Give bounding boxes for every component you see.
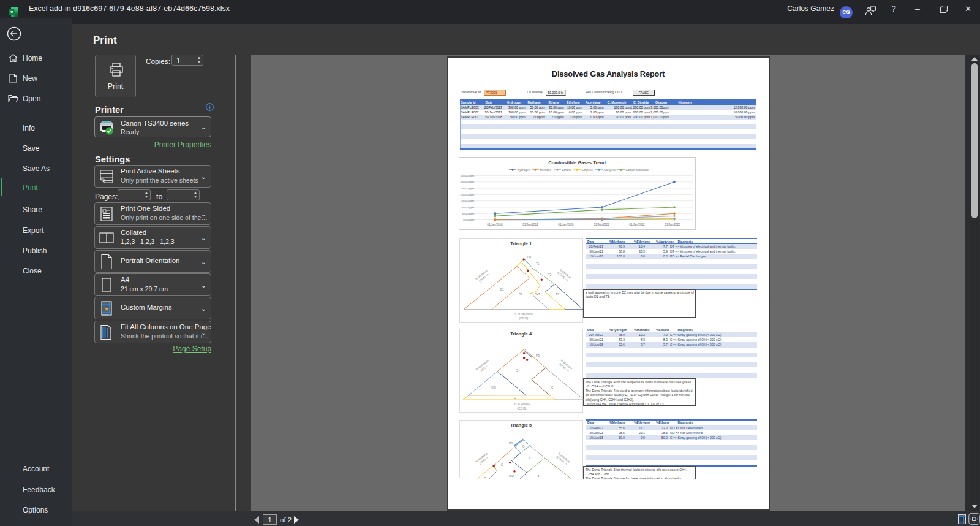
svg-text:50.00 ppm: 50.00 ppm xyxy=(462,212,475,215)
svg-text:T3: T3 xyxy=(536,475,540,478)
svg-text:Acetylene: Acetylene xyxy=(604,169,617,172)
svg-text:300.00 ppm: 300.00 ppm xyxy=(460,180,475,183)
svg-text:Methane: Methane xyxy=(540,169,552,172)
svg-text:01/Jan/2022: 01/Jan/2022 xyxy=(629,223,645,226)
svg-text:N/D: N/D xyxy=(491,386,496,389)
svg-text:01/Jan/2020: 01/Jan/2020 xyxy=(558,223,574,226)
svg-text:Combustible Gases Trend: Combustible Gases Trend xyxy=(548,160,606,166)
svg-text:01/Jan/2018: 01/Jan/2018 xyxy=(487,223,503,226)
svg-text:(C2H6): (C2H6) xyxy=(517,407,526,410)
svg-text:O: O xyxy=(514,397,516,400)
svg-text:Ethane: Ethane xyxy=(562,169,572,172)
svg-text:★: ★ xyxy=(104,305,109,311)
svg-text:<- % Ethane: <- % Ethane xyxy=(514,403,530,406)
svg-text:T3: T3 xyxy=(556,293,559,296)
svg-text:PD: PD xyxy=(536,354,540,357)
svg-text:0.00 ppm: 0.00 ppm xyxy=(463,218,475,221)
svg-text:S: S xyxy=(501,463,503,467)
svg-text:S: S xyxy=(516,369,518,372)
svg-text:Hydrogen: Hydrogen xyxy=(518,169,530,172)
svg-text:Ethylene: Ethylene xyxy=(582,169,594,172)
svg-text:350.00 ppm: 350.00 ppm xyxy=(460,174,475,177)
svg-text:x: x xyxy=(10,9,13,15)
svg-text:01/Jan/2021: 01/Jan/2021 xyxy=(594,223,609,226)
svg-text:PD: PD xyxy=(509,442,513,445)
svg-text:200.00 ppm: 200.00 ppm xyxy=(460,193,475,196)
svg-text:O: O xyxy=(522,445,525,448)
svg-text:C: C xyxy=(551,386,554,389)
svg-text:01/Jan/2023: 01/Jan/2023 xyxy=(665,223,680,226)
svg-text:N/D: N/D xyxy=(509,475,514,478)
svg-text:(C2H2): (C2H2) xyxy=(519,317,528,320)
svg-text:Carbon Monoxide: Carbon Monoxide xyxy=(626,169,649,172)
svg-text:D1: D1 xyxy=(500,288,504,291)
svg-text:150.00 ppm: 150.00 ppm xyxy=(460,199,475,202)
svg-text:T1: T1 xyxy=(536,262,540,265)
svg-text:C: C xyxy=(529,457,532,460)
svg-text:D2: D2 xyxy=(519,293,522,296)
svg-text:T2: T2 xyxy=(548,273,552,276)
svg-text:01/Jan/2019: 01/Jan/2019 xyxy=(522,223,538,226)
svg-text:250.00 ppm: 250.00 ppm xyxy=(460,187,475,190)
svg-text:100.00 ppm: 100.00 ppm xyxy=(460,206,475,209)
svg-text:<- % Acetylene: <- % Acetylene xyxy=(514,313,533,316)
svg-text:D+T: D+T xyxy=(535,293,540,296)
svg-text:PD: PD xyxy=(527,256,532,259)
